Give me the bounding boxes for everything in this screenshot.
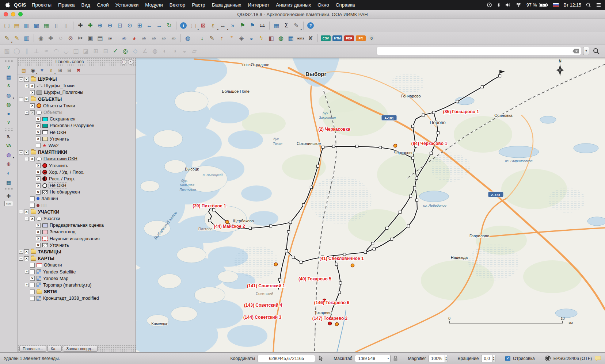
time-machine-icon[interactable]	[487, 2, 492, 8]
layer-visibility-checkbox[interactable]: ×	[24, 249, 29, 254]
raster-layers-icon[interactable]: ▦	[4, 73, 14, 81]
globe-dd-icon[interactable]: ◍▾	[4, 150, 14, 159]
zoom-last-icon[interactable]: ←	[145, 21, 154, 30]
zoom-window-button[interactable]	[18, 12, 23, 16]
layer-label[interactable]: Памятники ОКН	[43, 156, 77, 161]
search-button[interactable]	[591, 46, 601, 56]
statistical-summary-icon[interactable]: Σ	[282, 21, 291, 30]
select-features-icon[interactable]: ▢▾	[189, 21, 198, 30]
zoom-to-layer-icon[interactable]: ⊞	[135, 21, 144, 30]
zoom-in-icon[interactable]: ⊕	[95, 21, 105, 30]
layer-label[interactable]: Предварительная оценка	[50, 223, 104, 228]
xy-capture-icon[interactable]: xy	[105, 34, 115, 43]
layer-label[interactable]: Раск. / Разр.	[49, 176, 75, 181]
layer-visibility-checkbox[interactable]: ×	[30, 157, 35, 161]
tree-expander[interactable]: −	[25, 157, 29, 161]
layer-visibility-checkbox[interactable]: ×	[30, 90, 35, 95]
bluetooth-icon[interactable]	[497, 2, 501, 8]
tree-expander[interactable]: −	[25, 111, 29, 115]
window-titlebar[interactable]: QGIS2.18.9 - Археологические памятники. …	[0, 10, 605, 19]
toggle-editing-icon[interactable]: ✎	[12, 34, 22, 43]
layer-label[interactable]: Лапшин	[41, 196, 58, 201]
layer-visibility-checkbox[interactable]	[30, 203, 35, 208]
layer-label[interactable]: Шурфы_Точки	[44, 83, 75, 88]
layer-visibility-checkbox[interactable]	[30, 263, 35, 268]
collapse-all-icon[interactable]: ⊟	[66, 66, 73, 74]
layer-label[interactable]: Научные исследования	[50, 236, 100, 241]
layer-visibility-checkbox[interactable]: ×	[30, 103, 35, 108]
pdf-badge[interactable]: PDF	[344, 35, 354, 41]
layer-label[interactable]: Кронштадт_1838_modified	[43, 296, 99, 301]
menu-item-6[interactable]: Модули	[142, 2, 166, 8]
georeferencer-icon[interactable]: ◈	[237, 34, 246, 43]
add-feature-icon[interactable]: ◉	[36, 34, 46, 43]
layer-visibility-checkbox[interactable]	[36, 143, 41, 148]
close-window-button[interactable]	[4, 12, 8, 16]
pan-to-selection-icon[interactable]: ✚	[85, 21, 95, 30]
grid-icon[interactable]: ▦	[286, 34, 296, 43]
scale-combo-arrow[interactable]: ▾	[387, 357, 389, 360]
tree-expander[interactable]: −	[19, 150, 23, 154]
apple-menu-icon[interactable]	[5, 2, 10, 8]
zoom-out-icon[interactable]: ⊖	[105, 21, 115, 30]
layer-label[interactable]: Yandex Satellite	[43, 269, 76, 275]
app-menu-qgis[interactable]: QGIS	[14, 2, 26, 8]
cut-features-icon[interactable]: ✂	[76, 34, 85, 43]
layer-visibility-checkbox[interactable]: ×	[36, 190, 41, 195]
roam-icon[interactable]: ◧	[266, 34, 276, 43]
layer-label[interactable]: ШУРФЫ	[38, 77, 57, 82]
map-canvas[interactable]: А-181А-181 пос. ОтрадноеВыборгБольшое По…	[136, 58, 605, 352]
layer-label[interactable]: Уточнить	[50, 137, 69, 142]
layer-visibility-checkbox[interactable]	[30, 283, 35, 287]
magnifier-spinbox[interactable]: 100%▴▾	[429, 355, 448, 362]
crs-status-icon[interactable]	[545, 355, 551, 361]
web-blue-icon[interactable]: ●	[4, 109, 14, 118]
move-feature-icon[interactable]: ✚	[46, 34, 56, 43]
layer-label[interactable]: Области	[44, 263, 62, 268]
zoom-native-icon[interactable]: 1:1	[258, 21, 267, 30]
current-edits-icon[interactable]: ✎▾	[2, 34, 12, 43]
filter-legend-icon[interactable]: ▼	[38, 66, 46, 74]
save-project-icon[interactable]: ▥	[22, 21, 31, 30]
panel-tab-1[interactable]: Панель с...	[19, 346, 46, 352]
layer-visibility-checkbox[interactable]: ×	[24, 150, 29, 155]
layer-visibility-checkbox[interactable]: ×	[36, 163, 41, 168]
menu-item-8[interactable]: Растр	[189, 2, 209, 8]
zoom-full-extent-icon[interactable]: ⊡	[115, 21, 125, 30]
layer-visibility-checkbox[interactable]: ×	[36, 230, 41, 234]
battery-indicator[interactable]: 97 %	[526, 3, 548, 8]
map-tips-icon[interactable]: »	[228, 21, 237, 30]
menu-item-11[interactable]: Анализ данных	[273, 2, 314, 8]
layer-label[interactable]: SRTM	[44, 289, 57, 294]
tree-expander[interactable]: −	[19, 77, 23, 81]
save-as-image-icon[interactable]: ▦	[42, 21, 51, 30]
csv-badge[interactable]: CSV	[321, 35, 331, 41]
layer-visibility-checkbox[interactable]: ×	[36, 130, 41, 135]
rotation-spin-arrows[interactable]: ▴▾	[492, 355, 495, 362]
map-refresh-icon[interactable]: ↻	[164, 21, 174, 30]
layer-label[interactable]: Не обнаружен	[50, 189, 80, 195]
label-move-icon[interactable]: ab	[149, 34, 159, 43]
layer-visibility-checkbox[interactable]	[30, 296, 35, 301]
layer-label[interactable]: Объекты Точки	[43, 103, 75, 108]
panel-tab-3[interactable]: Захват коорд...	[63, 346, 98, 352]
menu-item-10[interactable]: Интернет	[244, 2, 273, 8]
crosshair-icon[interactable]: ✚	[4, 192, 14, 200]
layer-visibility-checkbox[interactable]	[30, 269, 35, 274]
processing-icon[interactable]: *	[227, 34, 236, 43]
tree-expander[interactable]: +	[25, 283, 29, 287]
layer-label[interactable]: Хор. / Уд. / Плох.	[49, 170, 84, 175]
csw-icon[interactable]: csw	[4, 201, 13, 206]
search-input[interactable]	[377, 47, 581, 55]
label-rotate-icon[interactable]: ab	[159, 34, 168, 43]
menu-item-7[interactable]: Вектор	[166, 2, 189, 8]
paste-features-icon[interactable]: ▤	[95, 34, 105, 43]
select-by-expression-icon[interactable]: ε▾	[208, 21, 218, 30]
layer-visibility-checkbox[interactable]: ×	[30, 217, 35, 221]
layer-label[interactable]: Topomap (marshruty.ru)	[43, 283, 91, 288]
scale-lock-icon[interactable]	[393, 356, 398, 361]
notification-center-icon[interactable]	[596, 3, 601, 7]
messages-icon[interactable]	[594, 356, 601, 361]
new-bookmark-icon[interactable]: ⚑	[238, 21, 247, 30]
layer-label[interactable]: Не ОКН	[49, 183, 67, 188]
